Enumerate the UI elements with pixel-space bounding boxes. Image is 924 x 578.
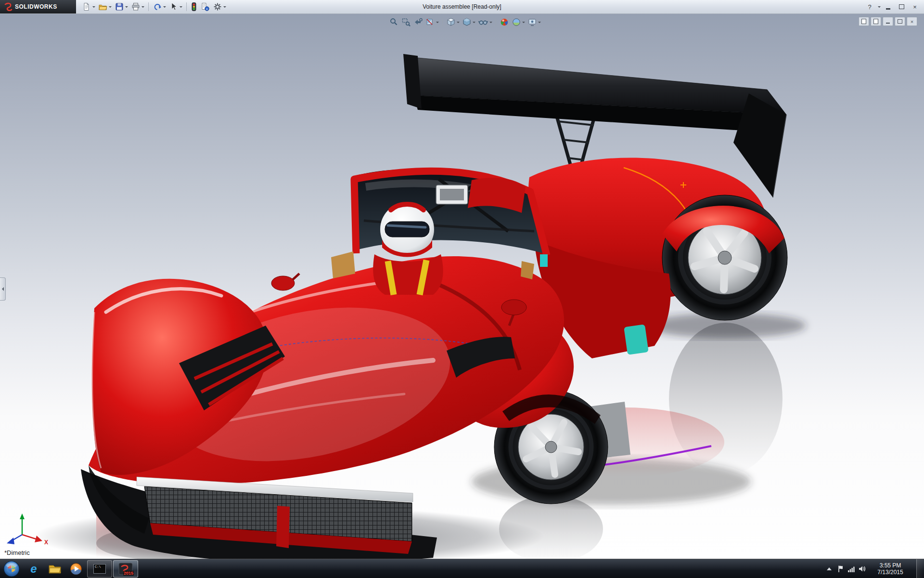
select-caret: [180, 6, 182, 9]
taskbar-media-player-button[interactable]: [66, 560, 86, 578]
previous-view-button[interactable]: [413, 16, 424, 28]
show-desktop-button[interactable]: [916, 559, 924, 578]
help-button[interactable]: ?: [863, 2, 876, 12]
zoom-fit-icon: [389, 17, 399, 27]
scene-caret: [522, 22, 525, 25]
help-caret: [878, 6, 881, 9]
heads-up-toolbar: [389, 16, 541, 28]
close-button[interactable]: ×: [909, 2, 921, 12]
doc-minimize-button[interactable]: [883, 17, 893, 26]
window-controls: ? ×: [863, 2, 924, 12]
view-settings-icon: [527, 17, 537, 27]
document-window-controls: ×: [859, 17, 917, 26]
toolbar-separator: [496, 18, 496, 26]
section-caret: [436, 22, 439, 25]
open-folder-icon: [98, 2, 108, 12]
toolbar-separator: [186, 2, 187, 11]
hidden-icons-button[interactable]: [827, 565, 832, 570]
taskbar-cmd-button[interactable]: C:\: [87, 560, 112, 578]
3ds-logo-icon: [4, 2, 13, 12]
edit-appearance-button[interactable]: [499, 16, 510, 28]
toolbar-separator: [442, 18, 443, 26]
section-view-button[interactable]: [425, 16, 439, 28]
start-button[interactable]: [0, 559, 23, 578]
taskbar-ie-button[interactable]: e: [24, 560, 44, 578]
hide-show-items-button[interactable]: [477, 16, 493, 28]
view-settings-button[interactable]: [527, 16, 541, 28]
undo-button[interactable]: [152, 1, 167, 13]
new-caret: [92, 6, 95, 9]
display-style-button[interactable]: [462, 16, 476, 28]
glasses-icon: [478, 17, 488, 27]
maximize-button[interactable]: [895, 2, 908, 12]
minimize-icon: [886, 8, 890, 10]
options-caret: [223, 6, 226, 9]
network-icon: [847, 565, 855, 573]
rebuild-button[interactable]: [190, 1, 198, 13]
clock-time: 3:55 PM: [869, 562, 911, 569]
apply-scene-button[interactable]: [511, 16, 526, 28]
print-button[interactable]: [130, 1, 145, 13]
windows-start-orb-icon: [3, 561, 20, 577]
right-mirror: [501, 300, 526, 315]
action-center-button[interactable]: [835, 563, 846, 575]
open-caret: [109, 6, 112, 9]
taskbar-explorer-button[interactable]: [45, 560, 65, 578]
interior-panel-right: [521, 261, 534, 279]
cursor-icon: [169, 2, 179, 12]
interior-duct: [540, 254, 548, 267]
orientation-caret: [457, 22, 460, 25]
taskbar: e C:\: [0, 559, 924, 578]
doc-close-button[interactable]: ×: [907, 17, 917, 26]
solidworks-logo: SOLIDWORKS: [0, 0, 76, 13]
doc-restore-button[interactable]: [895, 17, 905, 26]
new-window-icon: [873, 19, 878, 24]
folder-icon: [48, 563, 62, 575]
panel-collapse-handle[interactable]: [0, 277, 6, 301]
rear-wheel[interactable]: [662, 195, 787, 320]
quick-access-toolbar: [81, 1, 227, 13]
printer-icon: [131, 2, 141, 12]
open-button[interactable]: [97, 1, 113, 13]
zoom-to-area-button[interactable]: [401, 16, 411, 28]
previous-view-icon: [413, 17, 423, 27]
model-canvas[interactable]: X: [0, 13, 924, 559]
doc-minimize-icon: [886, 23, 890, 24]
new-document-icon: [82, 2, 91, 12]
clock-date: 7/13/2015: [869, 569, 911, 576]
internet-explorer-icon: e: [30, 563, 37, 575]
cmd-prompt-text: C:\: [95, 565, 101, 569]
undo-caret: [163, 6, 166, 9]
options-button[interactable]: [212, 1, 227, 13]
network-button[interactable]: [846, 563, 857, 575]
view-orientation-button[interactable]: [446, 16, 460, 28]
title-bar: SOLIDWORKS: [0, 0, 924, 14]
new-window-button[interactable]: [871, 17, 881, 26]
view-settings-caret: [538, 22, 541, 25]
brand-text: SOLIDWORKS: [15, 3, 57, 10]
save-disk-icon: [115, 2, 124, 12]
volume-button[interactable]: [857, 563, 867, 575]
solidworks-app-icon: 2015: [118, 563, 133, 575]
undo-arrow-icon: [153, 2, 162, 12]
zoom-to-fit-button[interactable]: [389, 16, 399, 28]
file-properties-icon: [200, 2, 210, 12]
side-duct: [624, 324, 649, 355]
select-button[interactable]: [168, 1, 183, 13]
tray-clock[interactable]: 3:55 PM 7/13/2015: [867, 562, 913, 576]
minimize-button[interactable]: [882, 2, 894, 12]
left-mirror: [271, 276, 295, 290]
toolbar-separator: [148, 2, 149, 11]
new-button[interactable]: [81, 1, 96, 13]
save-button[interactable]: [114, 1, 129, 13]
taskbar-solidworks-button[interactable]: 2015: [113, 560, 138, 578]
maximize-icon: [899, 4, 904, 9]
collapse-arrow-icon: [0, 287, 4, 291]
helmet-visor: [385, 222, 429, 237]
flag-icon: [837, 565, 844, 573]
print-caret: [141, 6, 144, 9]
file-properties-button[interactable]: [199, 1, 211, 13]
arrange-windows-button[interactable]: [859, 17, 869, 26]
solidworks-window: SOLIDWORKS: [0, 0, 924, 578]
graphics-area[interactable]: X: [0, 13, 924, 559]
